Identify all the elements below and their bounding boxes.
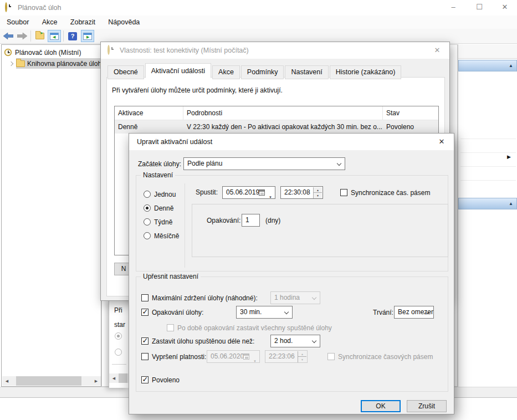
menu-napoveda[interactable]: Nápověda [103,16,145,29]
stop-task-dropdown[interactable]: 2 hod. [270,335,320,347]
console-tree-panel: Plánovač úloh (Místní) Knihovna plánovač… [1,44,101,387]
radio-mesicne[interactable] [144,232,151,239]
close-icon[interactable]: ✕ [426,42,448,59]
console-tree-icon: ◀ [50,33,59,40]
ok-button[interactable]: OK [361,400,401,412]
sync-timezone-checkbox[interactable] [340,189,347,196]
tree-item-label: Knihovna plánovače úloh [27,60,101,68]
expire-checkbox[interactable] [141,353,149,360]
scrollbar-thumb[interactable] [16,376,81,386]
col-stav[interactable]: Stav [383,106,438,120]
start-time-spinner[interactable]: 22:30:08 ▲ ▼ [280,186,323,199]
col-aktivace[interactable]: Aktivace [115,106,183,120]
radio-denne-label[interactable]: Denně [154,204,173,212]
scroll-right-icon[interactable]: ▶ [91,376,101,386]
tab-akce[interactable]: Akce [212,65,240,79]
delay-checkbox[interactable] [141,294,149,301]
toolbar-separator [30,30,31,42]
cell-aktivace: Denně [115,120,183,134]
fragment-scrollbar[interactable]: ◀ [109,373,129,383]
collapse-icon[interactable]: ▲ [509,201,513,206]
action-pane-toggle-button[interactable]: ▶ [81,30,94,42]
actions-group-header[interactable]: ▲ [458,60,517,71]
radio-tydne-label[interactable]: Týdně [154,218,172,226]
tree-horizontal-scrollbar[interactable]: ◀ ▶ [2,376,101,386]
expander-chevron-icon[interactable] [9,61,13,65]
radio-mesicne-label[interactable]: Měsíčně [154,232,179,240]
settings-divider [185,183,185,268]
recur-value: 1 [245,216,249,224]
expire-date-value: 05.06.2020 [211,352,244,360]
tab-nastaveni[interactable]: Nastavení [285,65,328,79]
expire-time-spinner: 22:23:06 ▲ ▼ [265,350,308,363]
maximize-button[interactable]: ☐ [468,0,490,14]
trigger-row[interactable]: Denně V 22:30 každý den - Po aktivaci op… [115,120,438,134]
close-icon[interactable]: ✕ [431,134,453,150]
radio-jednou-label[interactable]: Jednou [154,191,176,198]
minimize-button[interactable]: – [442,0,464,14]
enabled-label[interactable]: Povoleno [152,376,180,384]
repeat-label[interactable]: Opakování úlohy: [152,309,203,316]
submenu-arrow-icon[interactable]: ▶ [507,154,511,160]
dropdown-arrow-icon: ▼ [269,192,272,203]
app-clock-icon [5,2,7,12]
menu-soubor[interactable]: Soubor [1,16,34,29]
radio-button[interactable] [115,332,122,340]
edit-dialog-titlebar: Upravit aktivační událost ✕ [129,134,454,150]
tab-podminky[interactable]: Podmínky [241,65,284,79]
actions-group-header-2[interactable]: ▲ [458,198,517,209]
menu-zobrazit[interactable]: Zobrazit [65,16,101,29]
radio-button[interactable] [115,349,122,356]
spinner-buttons[interactable]: ▲ ▼ [313,187,322,198]
background-dialog-fragment: Při star ◀ [109,301,129,388]
close-button[interactable]: ✕ [494,0,516,14]
tab-historie[interactable]: Historie (zakázáno) [330,65,402,79]
scroll-left-icon[interactable]: ◀ [2,376,12,386]
fragment-text: star [114,321,125,329]
chevron-down-icon [312,339,316,343]
repeat-checkbox[interactable] [141,309,149,316]
triggers-table-header[interactable]: Aktivace Podrobnosti Stav [115,106,438,120]
action-separator [460,166,516,167]
action-separator [460,180,516,181]
spin-up-icon: ▲ [313,187,322,193]
repeat-value: 30 min. [240,308,262,316]
tab-obecne[interactable]: Obecné [108,65,144,79]
spin-up-icon: ▲ [298,351,306,357]
titlebar: Plánovač úloh – ☐ ✕ [0,0,517,16]
recur-input[interactable]: 1 [242,214,260,227]
stop-task-checkbox[interactable] [141,337,149,345]
tree-item-root[interactable]: Plánovač úloh (Místní) [4,47,81,58]
menu-akce[interactable]: Akce [37,16,63,29]
duration-dropdown[interactable]: Bez omezení [394,306,434,319]
folder-arrow-icon: ➤ [40,31,43,35]
delay-label[interactable]: Maximální zdržení úlohy (náhodné): [152,294,258,302]
start-date-picker[interactable]: 05.06.2019 ▼ [222,186,275,199]
col-podrobnosti[interactable]: Podrobnosti [183,106,383,120]
forward-button[interactable] [16,30,29,42]
toolbar-separator [63,30,64,42]
radio-jednou[interactable] [144,191,151,198]
back-button[interactable] [2,30,15,42]
recur-unit: (dny) [265,217,280,224]
calendar-icon [259,189,265,196]
tab-aktivacni-udalosti[interactable]: Aktivační události [145,63,211,78]
export-button[interactable]: ➤ [33,30,47,42]
tree-item-library[interactable]: Knihovna plánovače úloh [2,58,102,69]
radio-tydne[interactable] [144,218,151,226]
begin-task-dropdown[interactable]: Podle plánu [183,157,345,170]
sync-timezone-label[interactable]: Synchronizace čas. pásem [351,189,430,197]
scrollbar-thumb[interactable] [119,373,127,383]
scroll-left-icon[interactable]: ◀ [109,373,119,383]
help-button[interactable]: ? [66,30,79,42]
radio-denne[interactable] [144,204,151,212]
collapse-icon[interactable]: ▲ [509,63,513,68]
enabled-checkbox[interactable] [141,376,149,383]
expire-label[interactable]: Vypršení platnosti: [152,353,206,361]
cancel-button[interactable]: Zrušit [407,400,447,412]
console-tree-toggle-button[interactable]: ◀ [48,30,61,42]
help-icon: ? [68,32,77,40]
stop-task-label[interactable]: Zastavit úlohu spuštěnou déle než: [152,337,254,345]
repeat-dropdown[interactable]: 30 min. [236,306,293,319]
chevron-down-icon [337,161,341,166]
